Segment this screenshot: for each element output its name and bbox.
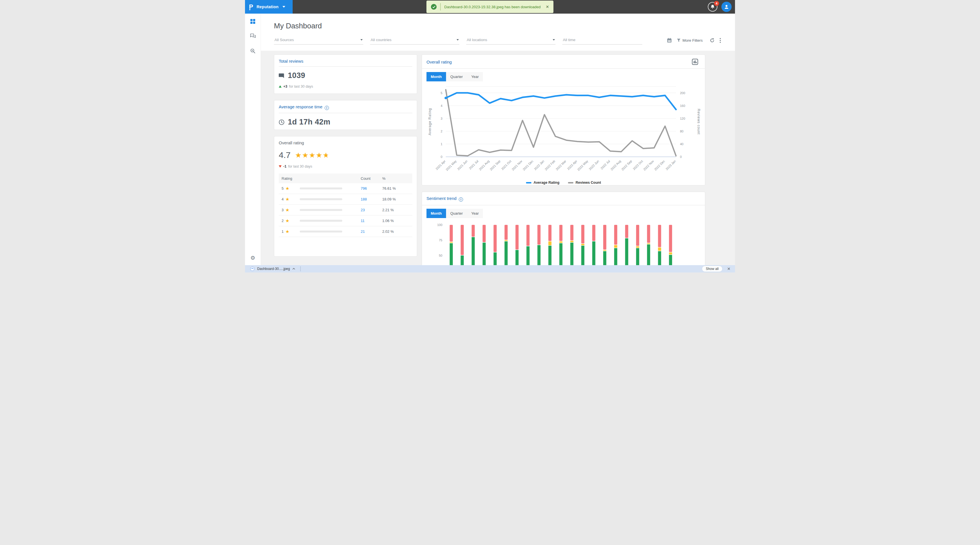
svg-text:2022 Jun: 2022 Jun: [588, 159, 600, 171]
sources-filter[interactable]: All Sources: [274, 36, 363, 44]
total-reviews-card: Total reviews 1039 +3 for last 30 days: [274, 54, 417, 94]
downloaded-file-chip[interactable]: Dashboard-30.....jpeg: [248, 265, 298, 272]
svg-text:Reviews count: Reviews count: [697, 109, 701, 134]
star-icon: ★: [285, 229, 289, 234]
user-avatar[interactable]: [721, 2, 732, 12]
svg-text:5: 5: [441, 91, 442, 95]
svg-text:2022 Apr: 2022 Apr: [566, 159, 578, 171]
svg-text:2021 Nov: 2021 Nov: [511, 159, 523, 171]
topbar-actions: 4: [708, 0, 732, 14]
app-window: P Reputation 4 Dashboard-30.0.2023-15:32…: [245, 0, 735, 272]
count-link[interactable]: 188: [361, 197, 382, 201]
sentiment-trend-title[interactable]: Sentiment trend: [426, 196, 457, 201]
star-icon: ★: [285, 218, 289, 224]
more-filters-label: More Filters: [682, 38, 703, 43]
svg-text:2: 2: [441, 130, 442, 133]
download-bar: Dashboard-30.....jpeg Show all ✕: [245, 265, 735, 272]
divider: [300, 266, 301, 272]
svg-text:2021 Apr: 2021 Apr: [435, 159, 446, 171]
rating-bar: [300, 230, 342, 232]
tab-year[interactable]: Year: [467, 72, 483, 81]
rating-label: 3: [282, 208, 283, 212]
svg-text:0: 0: [680, 155, 682, 159]
star-icon: ★: [285, 207, 289, 213]
tab-month[interactable]: Month: [426, 72, 446, 81]
count-link[interactable]: 21: [361, 229, 382, 234]
chevron-down-icon: [282, 6, 285, 8]
brand-name: Reputation: [257, 5, 279, 9]
rating-bar: [300, 220, 342, 222]
chevron-down-icon: [360, 39, 363, 41]
countries-filter[interactable]: All countries: [370, 36, 460, 44]
brand-logo-icon: P: [249, 3, 253, 11]
tab-quarter[interactable]: Quarter: [446, 209, 467, 218]
table-row: 5★ 796 76.61 %: [279, 183, 412, 194]
star-icon: ★: [285, 197, 289, 202]
legend-reviews-count: Reviews Count: [568, 181, 601, 184]
total-reviews-title[interactable]: Total reviews: [279, 59, 412, 64]
filter-actions: More Filters: [667, 38, 721, 44]
rating-label: 2: [282, 219, 283, 223]
toast-close-icon[interactable]: ✕: [546, 5, 549, 9]
svg-text:2022 Nov: 2022 Nov: [643, 159, 654, 171]
period-tabs: Month Quarter Year: [426, 72, 483, 81]
svg-text:100: 100: [437, 223, 442, 227]
dashboard-icon: [250, 19, 256, 24]
download-bar-close-icon[interactable]: ✕: [727, 267, 732, 271]
dashboard-grid: Total reviews 1039 +3 for last 30 days: [261, 51, 735, 272]
svg-text:75: 75: [439, 238, 442, 242]
response-time-value: 1d 17h 42m: [288, 118, 330, 127]
response-time-title[interactable]: Average response time: [279, 104, 322, 109]
svg-text:2022 Jan: 2022 Jan: [533, 159, 545, 171]
svg-text:2021 May: 2021 May: [445, 159, 457, 172]
svg-text:160: 160: [680, 104, 685, 108]
sentiment-trend-chart: 1007550: [422, 218, 705, 272]
more-filters-button[interactable]: More Filters: [677, 38, 705, 43]
rating-label: 1: [282, 229, 283, 234]
chart-type-selector[interactable]: [692, 59, 700, 65]
response-time-card: Average response timei 1d 17h 42m: [274, 100, 417, 130]
tab-month[interactable]: Month: [426, 209, 446, 218]
notifications-button[interactable]: 4: [708, 2, 718, 12]
refresh-icon: [710, 38, 714, 43]
countries-filter-value: All countries: [371, 38, 391, 42]
overall-rating-summary-title: Overall rating: [279, 140, 412, 145]
svg-text:2021 Jun: 2021 Jun: [457, 159, 468, 171]
overall-rating-chart: 012345040801201602002021 Apr2021 May2021…: [422, 81, 705, 180]
count-link[interactable]: 796: [361, 186, 382, 191]
show-all-button[interactable]: Show all: [702, 266, 722, 272]
sidebar-item-conversations[interactable]: [249, 32, 257, 40]
overall-rating-chart-title[interactable]: Overall rating: [426, 60, 452, 64]
calendar-button[interactable]: [667, 38, 672, 43]
sources-filter-value: All Sources: [275, 38, 294, 42]
info-icon[interactable]: i: [325, 106, 329, 110]
tab-quarter[interactable]: Quarter: [446, 72, 467, 81]
svg-text:2021 Dec: 2021 Dec: [522, 159, 534, 171]
locations-filter[interactable]: All locations: [466, 36, 555, 44]
count-link[interactable]: 23: [361, 208, 382, 212]
percent-value: 1.06 %: [382, 219, 409, 223]
time-filter[interactable]: All time: [562, 36, 642, 44]
sidebar-item-review-search[interactable]: [249, 47, 257, 54]
header-percent: %: [382, 176, 409, 181]
filters-row: All Sources All countries All locations …: [274, 36, 721, 44]
settings-gear-icon[interactable]: ⚙: [250, 255, 255, 261]
tab-year[interactable]: Year: [467, 209, 483, 218]
info-icon[interactable]: i: [459, 197, 463, 202]
refresh-button[interactable]: [710, 38, 714, 43]
svg-text:2022 Sep: 2022 Sep: [621, 159, 633, 171]
star-icon: ★: [285, 186, 289, 191]
overall-rating-chart-card: Overall rating Month Quarter: [422, 54, 705, 186]
sidebar-item-dashboard[interactable]: [249, 17, 257, 25]
kebab-menu-button[interactable]: [720, 38, 721, 43]
reviews-icon: [279, 73, 285, 78]
svg-text:2023 Jan: 2023 Jan: [665, 159, 676, 171]
chevron-up-icon[interactable]: [292, 268, 295, 270]
toast-message: Dashboard-30.0.2023-15:32.38.jpeg has be…: [444, 5, 541, 9]
svg-text:50: 50: [439, 254, 442, 257]
count-link[interactable]: 11: [361, 219, 382, 223]
delta-suffix: for last 30 days: [288, 164, 312, 168]
svg-text:40: 40: [680, 142, 683, 146]
legend-swatch: [568, 182, 573, 183]
brand-menu[interactable]: P Reputation: [245, 0, 293, 14]
